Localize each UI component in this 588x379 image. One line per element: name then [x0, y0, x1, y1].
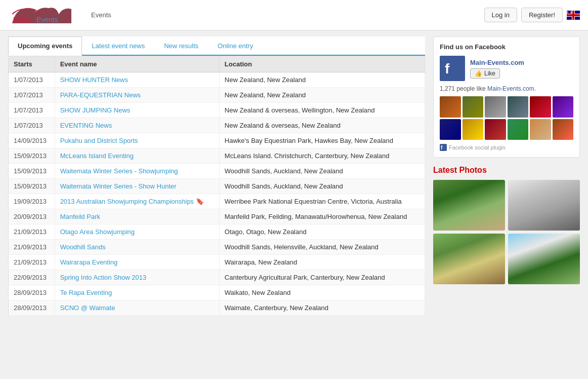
event-location: Hawke's Bay Equestrian Park, Hawkes Bay,…	[219, 133, 425, 148]
tab-news[interactable]: Latest event news	[82, 36, 154, 56]
event-date: 22/09/2013	[9, 270, 55, 285]
event-location: Woodhill Sands, Helensville, Auckland, N…	[219, 240, 425, 255]
thumb-icon: 👍	[475, 70, 482, 77]
table-row: 1/07/2013EVENTING NewsNew Zealand & over…	[9, 118, 425, 133]
event-name: PARA-EQUESTRIAN News	[55, 88, 219, 103]
event-link[interactable]: Pukahu and District Sports	[60, 137, 138, 144]
event-link[interactable]: Manfeild Park	[60, 213, 100, 220]
event-link[interactable]: PARA-EQUESTRIAN News	[60, 91, 141, 99]
fb-user-photo-2[interactable]	[463, 96, 484, 118]
event-link[interactable]: SHOW HUNTER News	[60, 76, 128, 84]
event-name: Waitemata Winter Series - Show Hunter	[55, 179, 219, 194]
fb-user-photo-5[interactable]	[530, 96, 551, 118]
register-button[interactable]: Register!	[521, 8, 563, 22]
event-date: 21/09/2013	[9, 240, 55, 255]
fb-likes-link[interactable]: Main-Events.com	[487, 85, 534, 92]
flag-icon	[567, 11, 580, 20]
logo-area: Main ·Events	[8, 4, 79, 26]
facebook-box: Find us on Facebook f Main-Events.com 👍 …	[433, 36, 580, 158]
event-name: Spring Into Action Show 2013	[55, 270, 219, 285]
table-row: 14/09/2013Pukahu and District SportsHawk…	[9, 133, 425, 148]
fb-user-photo-8[interactable]	[463, 119, 484, 140]
tabs: Upcoming events Latest event news New re…	[8, 36, 425, 56]
svg-rect-6	[572, 11, 574, 20]
photo-3[interactable]	[433, 234, 505, 284]
photos-grid	[433, 180, 580, 284]
event-location: Wairarapa, New Zealand	[219, 255, 425, 270]
fb-user-photo-12[interactable]	[553, 119, 574, 140]
fb-user-photo-9[interactable]	[485, 119, 506, 140]
nav-events-link[interactable]: Events	[91, 11, 111, 19]
event-location: McLeans Island. Christchurch, Canterbury…	[219, 148, 425, 164]
facebook-title: Find us on Facebook	[440, 43, 573, 51]
event-location: Woodhill Sands, Auckland, New Zealand	[219, 179, 425, 194]
event-date: 1/07/2013	[9, 88, 55, 103]
event-link[interactable]: EVENTING News	[60, 122, 112, 129]
fb-like-label: Like	[484, 70, 495, 77]
fb-user-photo-3[interactable]	[485, 96, 506, 118]
fb-user-photo-4[interactable]	[508, 96, 529, 118]
fb-user-photo-11[interactable]	[530, 119, 551, 140]
table-row: 28/09/2013Te Rapa EventingWaikato, New Z…	[9, 285, 425, 300]
fb-plugin-label: Facebook social plugin	[449, 144, 506, 150]
logo[interactable]: Main ·Events	[8, 4, 79, 26]
fb-user-photo-1[interactable]	[440, 96, 461, 118]
event-link[interactable]: SCNO @ Waimate	[60, 304, 115, 312]
event-link[interactable]: Spring Into Action Show 2013	[60, 274, 147, 281]
tab-results[interactable]: New results	[154, 36, 208, 56]
event-link[interactable]: Wairarapa Eventing	[60, 258, 118, 266]
event-date: 28/09/2013	[9, 285, 55, 300]
table-row: 19/09/20132013 Australian Showjumping Ch…	[9, 194, 425, 209]
fb-user-photo-6[interactable]	[553, 96, 574, 118]
fb-user-photo-10[interactable]	[508, 119, 529, 140]
login-button[interactable]: Log in	[484, 8, 517, 22]
event-date: 19/09/2013	[9, 194, 55, 209]
table-row: 1/07/2013SHOW JUMPING NewsNew Zealand & …	[9, 103, 425, 118]
fb-info: Main-Events.com 👍 Like	[470, 59, 524, 79]
fb-page-name[interactable]: Main-Events.com	[470, 59, 524, 66]
events-table: Starts Event name Location 1/07/2013SHOW…	[8, 56, 425, 316]
fb-likes-word: people like	[456, 85, 485, 92]
svg-text:f: f	[445, 61, 450, 77]
event-link[interactable]: Waitemata Winter Series - Show Hunter	[60, 182, 177, 190]
fb-user-photo-7[interactable]	[440, 119, 461, 140]
event-link[interactable]: Otago Area Showjumping	[60, 228, 135, 236]
event-location: Waikato, New Zealand	[219, 285, 425, 300]
event-name: Woodhill Sands	[55, 240, 219, 255]
event-link[interactable]: Woodhill Sands	[60, 243, 106, 251]
svg-text:Main: Main	[13, 16, 29, 24]
table-row: 1/07/2013PARA-EQUESTRIAN NewsNew Zealand…	[9, 88, 425, 103]
table-row: 20/09/2013Manfeild ParkManfeild Park, Fe…	[9, 209, 425, 224]
right-sidebar: Find us on Facebook f Main-Events.com 👍 …	[433, 36, 580, 316]
event-link[interactable]: Waitemata Winter Series - Showjumping	[60, 167, 178, 175]
table-row: 28/09/2013SCNO @ WaimateWaimate, Canterb…	[9, 300, 425, 316]
event-location: New Zealand & overseas, New Zealand	[219, 118, 425, 133]
event-name: Te Rapa Eventing	[55, 285, 219, 300]
photo-4[interactable]	[508, 234, 580, 284]
header-actions: Log in Register!	[484, 8, 580, 22]
tab-upcoming[interactable]: Upcoming events	[8, 36, 82, 56]
event-location: New Zealand, New Zealand	[219, 88, 425, 103]
fb-like-button[interactable]: 👍 Like	[470, 68, 500, 79]
col-header-event-name: Event name	[55, 56, 219, 72]
event-name: EVENTING News	[55, 118, 219, 133]
photo-1[interactable]	[433, 180, 505, 231]
event-location: New Zealand & overseas, Wellington, New …	[219, 103, 425, 118]
event-link[interactable]: McLeans Island Eventing	[60, 152, 134, 160]
latest-photos-section: Latest Photos	[433, 166, 580, 284]
event-location: Manfeild Park, Feilding, Manawatu/Horowh…	[219, 209, 425, 224]
fb-likes-text: 1,271 people like Main-Events.com.	[440, 85, 573, 92]
table-row: 22/09/2013Spring Into Action Show 2013Ca…	[9, 270, 425, 285]
event-name: Waitemata Winter Series - Showjumping	[55, 164, 219, 179]
event-date: 28/09/2013	[9, 300, 55, 316]
fb-count: 1,271	[440, 85, 455, 92]
tab-entry[interactable]: Online entry	[208, 36, 263, 56]
latest-photos-title: Latest Photos	[433, 166, 580, 175]
event-date: 15/09/2013	[9, 179, 55, 194]
photo-2[interactable]	[508, 180, 580, 231]
event-date: 1/07/2013	[9, 118, 55, 133]
event-date: 1/07/2013	[9, 103, 55, 118]
event-link[interactable]: Te Rapa Eventing	[60, 289, 112, 296]
event-link[interactable]: SHOW JUMPING News	[60, 106, 131, 114]
event-link[interactable]: 2013 Australian Showjumping Championship…	[60, 198, 194, 205]
